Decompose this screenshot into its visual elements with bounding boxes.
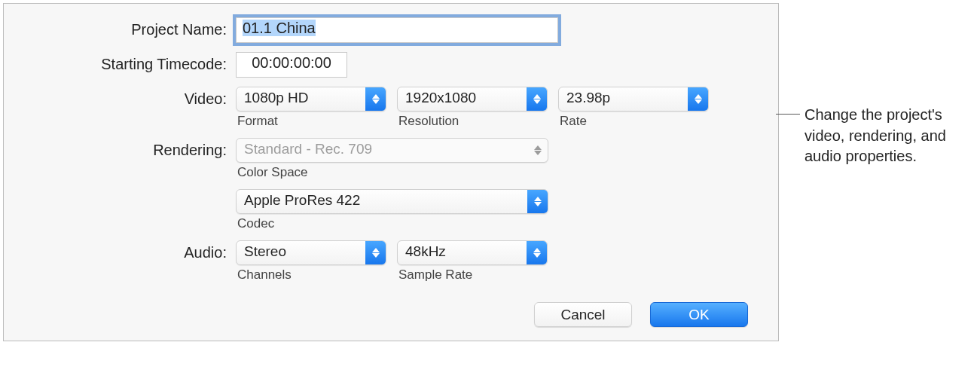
audio-label: Audio: — [17, 240, 236, 261]
color-space-value: Standard - Rec. 709 — [237, 139, 527, 162]
project-settings-dialog: Project Name: 01.1 China Starting Timeco… — [3, 3, 779, 341]
project-name-input[interactable]: 01.1 China — [236, 17, 558, 43]
video-format-popup[interactable]: 1080p HD — [236, 87, 386, 112]
sample-rate-sublabel: Sample Rate — [397, 267, 548, 283]
codec-sublabel: Codec — [236, 216, 548, 231]
codec-value: Apple ProRes 422 — [237, 190, 527, 213]
updown-arrows-icon — [527, 190, 548, 213]
cancel-button[interactable]: Cancel — [534, 302, 632, 327]
updown-arrows-icon — [527, 139, 548, 162]
callout-line — [776, 114, 800, 115]
video-rate-value: 23.98p — [559, 87, 688, 111]
format-sublabel: Format — [236, 114, 386, 129]
video-format-value: 1080p HD — [237, 87, 365, 111]
updown-arrows-icon — [688, 87, 708, 111]
audio-sample-rate-popup[interactable]: 48kHz — [397, 240, 548, 265]
video-label: Video: — [17, 87, 236, 108]
resolution-sublabel: Resolution — [397, 114, 548, 129]
updown-arrows-icon — [365, 87, 386, 111]
rate-sublabel: Rate — [558, 114, 709, 129]
starting-timecode-label: Starting Timecode: — [17, 52, 236, 73]
audio-channels-popup[interactable]: Stereo — [236, 240, 386, 265]
video-rate-popup[interactable]: 23.98p — [558, 87, 709, 112]
video-resolution-value: 1920x1080 — [398, 87, 527, 111]
rendering-label: Rendering: — [17, 138, 236, 159]
audio-sample-rate-value: 48kHz — [398, 241, 527, 264]
color-space-sublabel: Color Space — [236, 165, 548, 180]
codec-popup[interactable]: Apple ProRes 422 — [236, 189, 548, 214]
channels-sublabel: Channels — [236, 267, 386, 283]
starting-timecode-input[interactable]: 00:00:00:00 — [236, 52, 347, 78]
updown-arrows-icon — [527, 87, 547, 111]
video-resolution-popup[interactable]: 1920x1080 — [397, 87, 548, 112]
blank-label — [17, 189, 236, 193]
color-space-popup: Standard - Rec. 709 — [236, 138, 548, 163]
updown-arrows-icon — [365, 241, 386, 264]
updown-arrows-icon — [527, 241, 547, 264]
audio-channels-value: Stereo — [237, 241, 365, 264]
ok-button[interactable]: OK — [650, 302, 748, 327]
callout-text: Change the project's video, rendering, a… — [800, 105, 966, 167]
project-name-label: Project Name: — [17, 17, 236, 38]
callout: Change the project's video, rendering, a… — [776, 105, 966, 167]
project-name-value: 01.1 China — [243, 20, 316, 36]
